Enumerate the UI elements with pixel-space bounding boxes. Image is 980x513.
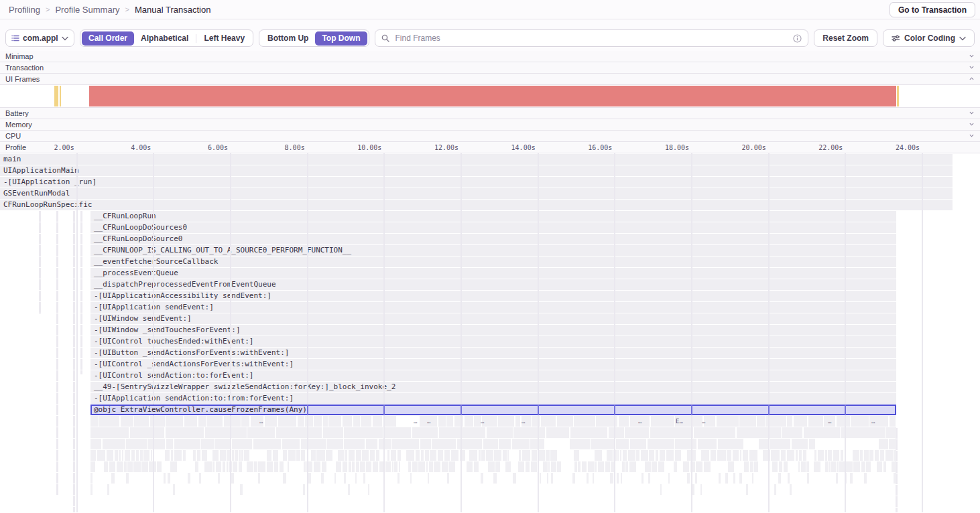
track-header-minimap[interactable]: Minimap [0,51,980,62]
flame-frame[interactable]: -[UIControl touchesEnded:withEvent:] [90,336,896,347]
frame[interactable] [133,461,141,472]
frame[interactable] [512,439,530,449]
frame[interactable] [557,416,573,427]
flame-frame[interactable]: -[UIWindow sendEvent:] [90,313,896,324]
frame[interactable] [733,450,739,461]
flame-frame[interactable]: -[UIControl _sendActionsForEvents:withEv… [90,359,896,370]
frame[interactable] [355,473,357,484]
frame[interactable] [254,461,257,472]
frame[interactable] [218,473,220,484]
frame[interactable] [513,427,545,438]
frame[interactable] [362,450,369,461]
frame[interactable] [799,450,802,461]
frame[interactable] [752,473,753,484]
frame[interactable] [338,450,344,461]
chevron-collapsed-icon[interactable] [969,122,974,128]
frame[interactable] [771,450,780,461]
frame[interactable] [683,461,689,472]
frame[interactable] [616,439,629,449]
frame[interactable] [578,461,580,472]
frame[interactable] [134,416,149,427]
frame[interactable] [798,461,800,472]
frame[interactable] [695,473,698,484]
frame[interactable] [711,450,717,461]
frame[interactable] [700,484,702,495]
frame[interactable] [421,450,424,461]
frame[interactable] [772,461,778,472]
frame[interactable] [540,473,542,484]
frame[interactable] [787,450,795,461]
frame[interactable] [483,439,498,449]
frame[interactable] [719,473,721,484]
frame[interactable] [660,450,666,461]
frame[interactable] [392,461,393,472]
frame[interactable] [507,450,509,461]
frame[interactable] [432,439,456,449]
frame[interactable] [353,416,360,427]
frame[interactable] [727,450,731,461]
frame[interactable] [170,461,177,472]
frame[interactable] [593,473,594,484]
frame[interactable] [841,450,843,461]
frame[interactable] [368,484,369,495]
frame[interactable] [880,450,884,461]
frame[interactable] [869,450,873,461]
frame[interactable] [366,461,371,472]
flame-frame[interactable]: -[UIWindow _sendTouchesForEvent:] [90,325,896,336]
frame[interactable] [546,450,549,461]
frame[interactable] [628,450,635,461]
frame[interactable] [860,450,863,461]
frame[interactable] [282,439,300,449]
frame[interactable] [173,484,175,495]
frame[interactable] [851,416,868,427]
frame[interactable] [306,461,312,472]
frame[interactable] [877,461,882,472]
frame[interactable] [314,416,322,427]
narrow-stack-sliver[interactable] [56,211,58,495]
frame[interactable] [892,461,896,472]
frame[interactable] [814,461,821,472]
frame[interactable] [596,416,617,427]
frame[interactable] [90,427,129,438]
flame-frame[interactable]: CFRunLoopRunSpecific [0,200,953,210]
frame[interactable] [363,473,366,484]
frame[interactable] [438,416,446,427]
flame-frame[interactable]: __49-[SentrySwizzleWrapper swizzleSendAc… [90,382,896,392]
view-option-top-down[interactable]: Top Down [315,31,367,46]
frame[interactable] [240,484,243,495]
chevron-collapsed-icon[interactable] [969,111,974,117]
frame[interactable] [212,450,219,461]
frame[interactable] [344,473,346,484]
frame[interactable] [107,484,109,495]
frame[interactable] [273,450,278,461]
frame[interactable] [232,450,234,461]
frame[interactable] [344,427,383,438]
frame[interactable] [231,473,234,484]
frame[interactable] [645,461,650,472]
frame[interactable] [607,450,613,461]
frame[interactable] [258,461,265,472]
frame[interactable] [770,439,790,449]
flame-frame[interactable]: -[UIApplication _run] [0,177,953,188]
frame[interactable] [622,461,625,472]
frame[interactable] [717,416,739,427]
slow-frames-bar[interactable] [897,86,899,106]
frame[interactable] [574,461,577,472]
frame[interactable] [474,461,479,472]
frame[interactable] [149,461,156,472]
frame[interactable] [828,450,832,461]
frame[interactable] [426,461,428,472]
frame[interactable] [611,461,615,472]
frame[interactable] [239,450,240,461]
selected-frame[interactable]: @objc ExtraViewController.causeFrozenFra… [90,405,896,415]
frame[interactable] [649,450,654,461]
frame[interactable] [591,439,615,449]
frame[interactable] [806,461,809,472]
frame[interactable] [609,427,624,438]
frame[interactable] [588,461,595,472]
frame[interactable] [613,450,616,461]
frame[interactable] [283,450,288,461]
frame[interactable] [227,461,228,472]
frame[interactable] [207,416,223,427]
frame[interactable] [861,461,865,472]
